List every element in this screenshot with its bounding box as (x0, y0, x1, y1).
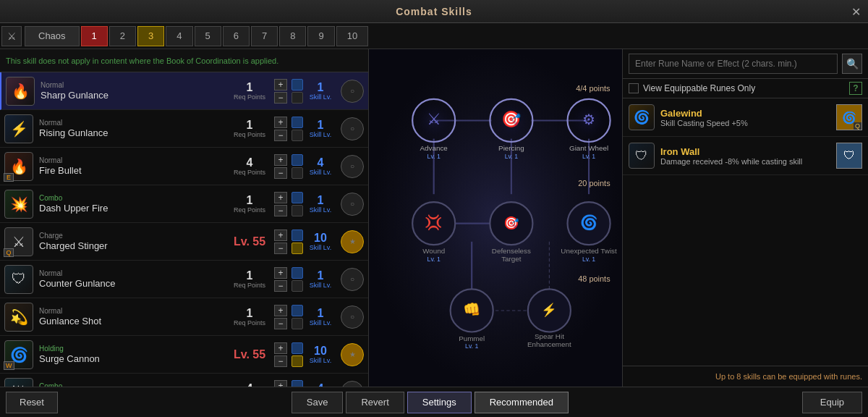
decrease-button[interactable]: − (274, 280, 287, 292)
skill-name: Sharp Gunlance (41, 90, 222, 101)
skill-toggle-button[interactable]: ○ (341, 117, 364, 140)
increase-button[interactable]: + (274, 305, 287, 316)
skill-toggle-button[interactable]: ★ (341, 230, 364, 253)
equippable-checkbox[interactable] (629, 83, 639, 93)
close-button[interactable]: ✕ (851, 4, 861, 18)
tab-5[interactable]: 5 (195, 26, 221, 46)
increase-button[interactable]: + (274, 192, 287, 203)
increase-button[interactable]: + (274, 79, 287, 90)
reset-button[interactable]: Reset (6, 392, 58, 413)
decrease-button[interactable]: − (274, 355, 287, 367)
skill-row[interactable]: 🌀 W Holding Surge Cannon Lv. 55 + − (0, 336, 368, 374)
increase-button[interactable]: + (274, 154, 287, 166)
req-points-value: 1 (228, 308, 271, 319)
window-title: Combat Skills (396, 6, 472, 17)
rune-search-input[interactable] (629, 54, 838, 74)
skill-name: Counter Gunlance (39, 278, 222, 289)
skill-lv-block: 1 Skill Lv. (306, 195, 335, 214)
req-points-block: 1 Req Points (228, 308, 271, 327)
increase-button[interactable]: + (274, 342, 287, 354)
skill-lv-block: 4 Skill Lv. (306, 383, 335, 387)
class-tab[interactable]: Chaos (25, 26, 80, 46)
tab-3[interactable]: 3 (137, 26, 164, 46)
req-points-block: 1 Req Points (228, 270, 271, 289)
svg-text:🎯: 🎯 (501, 109, 522, 129)
save-button[interactable]: Save (292, 392, 344, 413)
equip-button[interactable]: Equip (802, 392, 862, 413)
svg-text:⚔: ⚔ (427, 110, 441, 128)
decrease-button[interactable]: − (274, 243, 287, 254)
tab-2[interactable]: 2 (109, 26, 136, 46)
skill-controls: 1 Req Points + − 1 Skill Lv. ○ (228, 267, 364, 292)
svg-text:Target: Target (501, 255, 522, 263)
rune-entry[interactable]: 🌀 Galewind Skill Casting Speed +5% 🌀 Q (623, 98, 868, 137)
key-badge: E (4, 173, 14, 182)
tab-6[interactable]: 6 (223, 26, 250, 46)
skill-type: Holding (39, 345, 222, 353)
decrease-button[interactable]: − (274, 318, 287, 329)
tier-icon-2 (292, 205, 303, 216)
skill-toggle-button[interactable]: ★ (341, 343, 364, 366)
skill-icon: 🛡 A (4, 378, 33, 387)
decrease-button[interactable]: − (274, 205, 287, 216)
skill-toggle-button[interactable]: ○ (341, 268, 364, 291)
tier-icon-2 (292, 243, 303, 254)
tier-icon-2 (292, 167, 303, 179)
skill-type: Combo (39, 382, 222, 387)
tab-9[interactable]: 9 (307, 26, 334, 46)
key-badge: W (4, 361, 14, 370)
skill-type: Normal (39, 307, 222, 315)
skill-row[interactable]: ⚔ Q Charge Charged Stinger Lv. 55 + − (0, 223, 368, 261)
help-button[interactable]: ? (849, 82, 862, 95)
increase-button[interactable]: + (274, 267, 287, 279)
skill-toggle-button[interactable]: ○ (341, 306, 364, 329)
req-points-value: 1 (228, 270, 271, 282)
skill-lv-value: 1 (306, 195, 335, 206)
tier-icons (292, 267, 303, 292)
req-points-label: Req Points (228, 169, 271, 176)
tier-icon-2 (292, 355, 303, 367)
tab-7[interactable]: 7 (251, 26, 278, 46)
skill-toggle-button[interactable]: ○ (341, 80, 364, 103)
skill-row[interactable]: 🔥 Normal Sharp Gunlance 1 Req Points + − (0, 72, 368, 110)
class-icon-button[interactable]: ⚔ (1, 26, 22, 46)
decrease-button[interactable]: − (274, 92, 287, 104)
req-points-value: Lv. 55 (228, 349, 271, 361)
skill-row[interactable]: 🔥 E Normal Fire Bullet 4 Req Points + − (0, 148, 368, 185)
recommended-button[interactable]: Recommended (475, 392, 569, 413)
rune-entry[interactable]: 🛡 Iron Wall Damage received -8% while ca… (623, 137, 868, 175)
skill-row[interactable]: 💫 Normal Gunlance Shot 1 Req Points + − (0, 298, 368, 336)
skill-toggle-button[interactable]: ○ (341, 193, 364, 216)
tab-10[interactable]: 10 (336, 26, 368, 46)
revert-button[interactable]: Revert (346, 392, 404, 413)
skill-row[interactable]: 💥 Combo Dash Upper Fire 1 Req Points + − (0, 185, 368, 223)
svg-text:Lv. 1: Lv. 1 (505, 153, 518, 160)
skill-info: Combo Dash Upper Fire (39, 194, 222, 214)
tab-1[interactable]: 1 (81, 26, 108, 46)
skill-row[interactable]: 🛡 A Combo Shield Bash 4 Req Points + − (0, 374, 368, 387)
skill-name: Gunlance Shot (39, 316, 222, 327)
skill-lv-value: 10 (306, 232, 335, 244)
skill-lv-label: Skill Lv. (306, 131, 335, 138)
tab-8[interactable]: 8 (279, 26, 306, 46)
req-points-value: 1 (228, 119, 271, 131)
increase-button[interactable]: + (274, 117, 287, 128)
rune-search-button[interactable]: 🔍 (842, 54, 862, 74)
tab-4[interactable]: 4 (166, 26, 192, 46)
skill-icon: ⚔ Q (4, 227, 33, 256)
decrease-button[interactable]: − (274, 130, 287, 141)
skill-row[interactable]: ⚡ Normal Rising Gunlance 1 Req Points + … (0, 110, 368, 148)
skill-controls: Lv. 55 + − 10 Skill Lv. ★ (228, 342, 364, 367)
skill-toggle-button[interactable]: ○ (341, 155, 364, 178)
skill-row[interactable]: 🛡 Normal Counter Gunlance 1 Req Points +… (0, 261, 368, 298)
skill-toggle-button[interactable]: ○ (341, 381, 364, 387)
req-points-block: 1 Req Points (228, 82, 271, 101)
skill-name: Fire Bullet (39, 165, 222, 176)
settings-button[interactable]: Settings (407, 392, 472, 413)
increase-button[interactable]: + (274, 380, 287, 387)
decrease-button[interactable]: − (274, 167, 287, 179)
info-bar: This skill does not apply in content whe… (0, 49, 368, 72)
increase-button[interactable]: + (274, 229, 287, 241)
skill-info: Normal Fire Bullet (39, 156, 222, 176)
info-text: This skill does not apply in content whe… (6, 56, 278, 65)
